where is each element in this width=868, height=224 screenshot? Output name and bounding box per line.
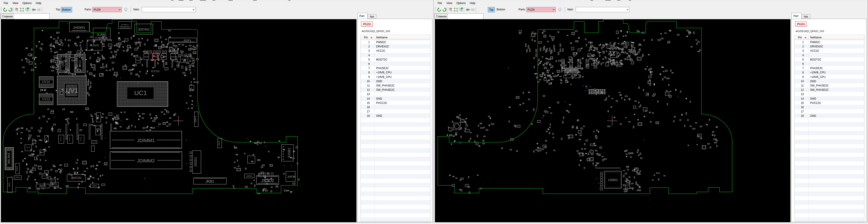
- svg-text:JSFF1: JSFF1: [194, 116, 197, 123]
- svg-text:JRTC1: JRTC1: [15, 177, 20, 179]
- svg-text:UC1: UC1: [134, 89, 147, 96]
- svg-text:JKB1: JKB1: [206, 180, 214, 183]
- svg-text:UG2: UG2: [96, 115, 99, 120]
- svg-text:JIO1: JIO1: [8, 183, 10, 187]
- svg-text:JWLAN1: JWLAN1: [7, 153, 11, 164]
- svg-text:UV13: UV13: [42, 97, 50, 101]
- svg-text:JHP1: JHP1: [287, 175, 294, 179]
- svg-text:PUV1: PUV1: [26, 147, 30, 148]
- svg-text:JLAN1: JLAN1: [96, 33, 107, 36]
- svg-text:PCAV1: PCAV1: [45, 137, 46, 140]
- svg-text:PUZ5: PUZ5: [145, 56, 148, 58]
- svg-text:JSSD1: JSSD1: [194, 157, 197, 167]
- svg-text:JDBG1: JDBG1: [92, 185, 97, 187]
- svg-text:UTH1: UTH1: [92, 141, 96, 143]
- svg-text:JFAN1: JFAN1: [218, 140, 220, 146]
- svg-text:PUVN2: PUVN2: [60, 137, 61, 141]
- svg-text:PUG1: PUG1: [43, 175, 46, 177]
- svg-text:JDCIN1: JDCIN1: [138, 27, 150, 31]
- svg-text:JRGB1: JRGB1: [39, 185, 46, 187]
- svg-text:UV14: UV14: [42, 80, 50, 84]
- svg-text:UV11: UV11: [62, 60, 65, 67]
- svg-text:JFAN2: JFAN2: [16, 166, 18, 171]
- svg-text:PUZ2: PUZ2: [171, 56, 175, 58]
- svg-text:JEDP1: JEDP1: [183, 39, 191, 42]
- svg-text:PUZ6: PUZ6: [136, 59, 140, 61]
- svg-text:JUSB1: JUSB1: [287, 148, 291, 158]
- svg-text:JHDMI1: JHDMI1: [73, 26, 85, 29]
- svg-text:JDIMM1: JDIMM1: [137, 138, 155, 143]
- svg-text:JDIMM2: JDIMM2: [137, 158, 155, 163]
- svg-text:JTYPEC1: JTYPEC1: [121, 24, 129, 26]
- svg-text:PUVN4: PUVN4: [80, 137, 82, 141]
- svg-text:U5801: U5801: [608, 178, 618, 182]
- svg-text:PUVN3: PUVN3: [69, 137, 70, 141]
- svg-text:JBAT201: JBAT201: [71, 177, 82, 180]
- svg-text:JSPK1: JSPK1: [246, 175, 252, 177]
